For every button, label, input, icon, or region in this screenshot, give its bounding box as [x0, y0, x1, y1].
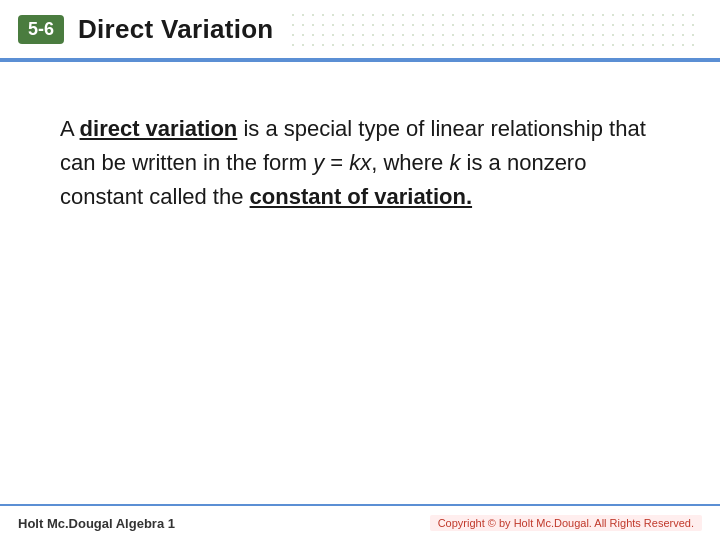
text-equals: =: [324, 150, 349, 175]
var-y: y: [313, 150, 324, 175]
definition-paragraph: A direct variation is a special type of …: [60, 112, 660, 214]
var-k: k: [449, 150, 460, 175]
header: 5-6 Direct Variation: [0, 0, 720, 58]
main-content: A direct variation is a special type of …: [0, 62, 720, 504]
lesson-badge: 5-6: [18, 15, 64, 44]
footer: Holt Mc.Dougal Algebra 1 Copyright © by …: [0, 504, 720, 540]
term-constant-variation: constant of variation.: [250, 184, 472, 209]
footer-publisher: Holt Mc.Dougal Algebra 1: [18, 516, 175, 531]
slide: 5-6 Direct Variation A direct variation …: [0, 0, 720, 540]
header-pattern-decoration: [288, 10, 702, 48]
footer-copyright: Copyright © by Holt Mc.Dougal. All Right…: [430, 515, 702, 531]
text-end1: , where: [371, 150, 449, 175]
header-title: Direct Variation: [78, 14, 274, 45]
term-direct-variation: direct variation: [80, 116, 238, 141]
text-intro: A: [60, 116, 80, 141]
var-kx: kx: [349, 150, 371, 175]
